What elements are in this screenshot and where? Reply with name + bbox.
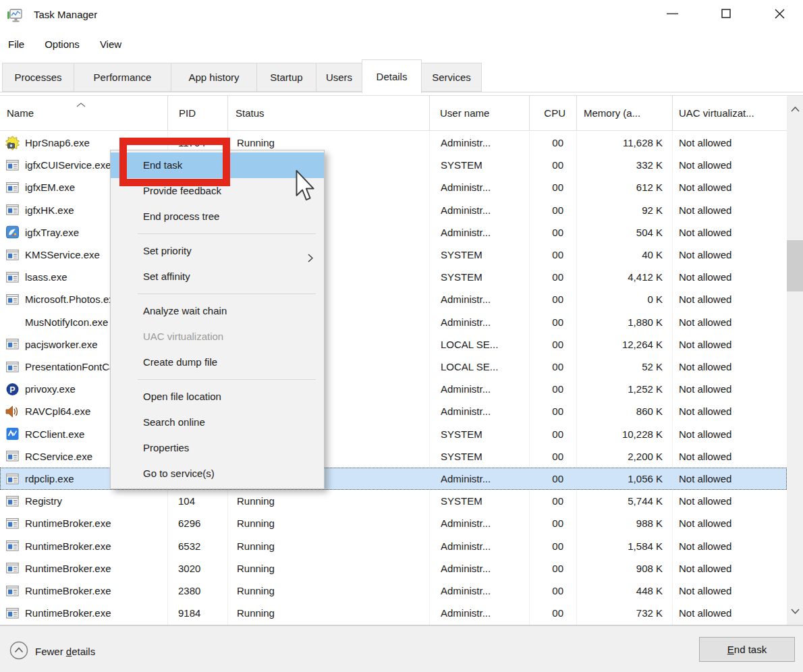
menu-item-properties[interactable]: Properties — [111, 435, 324, 461]
process-row-runtimebroker-exe[interactable]: RuntimeBroker.exe6532RunningAdministr...… — [0, 535, 787, 557]
cell-user: LOCAL SE... — [429, 333, 529, 356]
tab-app-history[interactable]: App history — [171, 63, 257, 92]
cell-cpu: 00 — [529, 535, 576, 557]
sort-ascending-icon — [71, 99, 91, 110]
cell-cpu: 00 — [529, 468, 576, 490]
cell-user: SYSTEM — [429, 244, 529, 266]
cell-memory: 1,056 K — [576, 468, 672, 490]
fewer-details-toggle[interactable]: Fewer details — [9, 641, 95, 662]
cell-uac: Not allowed — [672, 602, 787, 624]
cell-pid: 3020 — [167, 557, 227, 580]
task-manager-window: Task Manager FileOptionsView ProcessesPe… — [0, 0, 803, 672]
cell-memory: 10,228 K — [576, 423, 672, 445]
cell-user: Administr... — [429, 176, 529, 198]
scroll-down-icon[interactable] — [787, 602, 803, 621]
cell-uac: Not allowed — [672, 199, 787, 221]
menu-separator — [138, 293, 316, 294]
column-separator — [167, 96, 168, 131]
title-bar: Task Manager — [0, 0, 803, 30]
process-row-runtimebroker-exe[interactable]: RuntimeBroker.exe9184RunningAdministr...… — [0, 602, 787, 624]
cell-cpu: 00 — [529, 244, 576, 266]
vertical-scrollbar[interactable] — [787, 96, 803, 625]
process-row-runtimebroker-exe[interactable]: RuntimeBroker.exe2380RunningAdministr...… — [0, 580, 787, 602]
column-header-status[interactable]: Status — [227, 96, 429, 130]
column-header-uac[interactable]: UAC virtualizat... — [672, 96, 787, 130]
tab-details[interactable]: Details — [362, 59, 422, 93]
app-window-icon — [5, 472, 20, 486]
privoxy-icon: P — [5, 382, 20, 396]
process-row-runtimebroker-exe[interactable]: RuntimeBroker.exe6296RunningAdministr...… — [0, 512, 787, 534]
column-header-cpu[interactable]: CPU — [529, 96, 576, 130]
minimize-button[interactable] — [657, 0, 688, 27]
column-header-pid[interactable]: PID — [167, 96, 227, 130]
column-header-memory[interactable]: Memory (a... — [576, 96, 672, 130]
menu-item-analyze-wait-chain[interactable]: Analyze wait chain — [111, 298, 324, 324]
cell-cpu: 00 — [529, 176, 576, 198]
cell-status: Running — [227, 512, 429, 534]
tab-users[interactable]: Users — [316, 63, 362, 92]
annotation-red-box — [119, 138, 230, 186]
app-window-icon — [5, 203, 20, 217]
process-row-runtimebroker-exe[interactable]: RuntimeBroker.exe3020RunningAdministr...… — [0, 557, 787, 580]
menubar-item-file[interactable]: File — [8, 38, 24, 50]
cell-status: Running — [227, 490, 429, 512]
menu-item-create-dump-file[interactable]: Create dump file — [111, 349, 324, 375]
cell-memory: 92 K — [576, 199, 672, 221]
menu-item-go-to-service-s[interactable]: Go to service(s) — [111, 461, 324, 486]
column-separator — [429, 96, 430, 131]
cell-uac: Not allowed — [672, 580, 787, 602]
cell-user: Administr... — [429, 288, 529, 310]
cell-user: SYSTEM — [429, 266, 529, 288]
cell-uac: Not allowed — [672, 266, 787, 288]
cell-user: SYSTEM — [429, 154, 529, 176]
tab-startup[interactable]: Startup — [256, 63, 316, 92]
cell-user: Administr... — [429, 602, 529, 624]
cell-memory: 1,584 K — [576, 535, 672, 557]
fewer-details-label: Fewer details — [35, 646, 95, 657]
cell-cpu: 00 — [529, 356, 576, 378]
cell-pid: 104 — [167, 490, 227, 512]
cell-uac: Not allowed — [672, 132, 787, 154]
menubar-item-view[interactable]: View — [100, 38, 121, 50]
app-window-icon — [5, 337, 20, 352]
maximize-button[interactable] — [711, 0, 742, 27]
cell-uac: Not allowed — [672, 512, 787, 534]
column-header-user[interactable]: User name — [429, 96, 529, 130]
cell-memory: 612 K — [576, 176, 672, 198]
menu-item-set-affinity[interactable]: Set affinity — [111, 264, 324, 289]
cell-cpu: 00 — [529, 445, 576, 468]
close-button[interactable] — [764, 0, 795, 27]
app-window-icon — [5, 539, 20, 553]
scroll-up-icon[interactable] — [787, 100, 803, 119]
menu-bar: FileOptionsView — [0, 32, 142, 55]
cell-status: Running — [227, 535, 429, 557]
cell-user: SYSTEM — [429, 423, 529, 445]
cell-uac: Not allowed — [672, 333, 787, 356]
menu-item-end-process-tree[interactable]: End process tree — [111, 204, 324, 229]
cell-user: Administr... — [429, 535, 529, 557]
menu-item-set-priority[interactable]: Set priority — [111, 238, 324, 264]
cell-memory: 1,880 K — [576, 311, 672, 333]
tab-services[interactable]: Services — [421, 63, 482, 92]
cell-uac: Not allowed — [672, 311, 787, 333]
tab-performance[interactable]: Performance — [74, 63, 171, 92]
cell-memory: 12,264 K — [576, 333, 672, 356]
tab-processes[interactable]: Processes — [2, 63, 74, 92]
cell-name: RuntimeBroker.exe — [0, 535, 167, 557]
menubar-item-options[interactable]: Options — [45, 38, 80, 50]
menu-item-open-file-location[interactable]: Open file location — [111, 384, 324, 410]
cell-memory: 732 K — [576, 602, 672, 624]
end-task-button[interactable]: End task — [699, 637, 795, 662]
cell-user: Administr... — [429, 400, 529, 422]
cell-status: Running — [227, 580, 429, 602]
cell-memory: 504 K — [576, 221, 672, 244]
scrollbar-thumb[interactable] — [787, 240, 803, 291]
cell-cpu: 00 — [529, 602, 576, 624]
process-row-registry[interactable]: Registry104RunningSYSTEM005,744 KNot all… — [0, 490, 787, 512]
app-window-icon — [5, 494, 20, 508]
menu-item-search-online[interactable]: Search online — [111, 410, 324, 435]
mouse-cursor-icon — [296, 170, 316, 204]
cell-name: RuntimeBroker.exe — [0, 602, 167, 624]
column-separator — [227, 96, 228, 131]
cell-cpu: 00 — [529, 333, 576, 356]
